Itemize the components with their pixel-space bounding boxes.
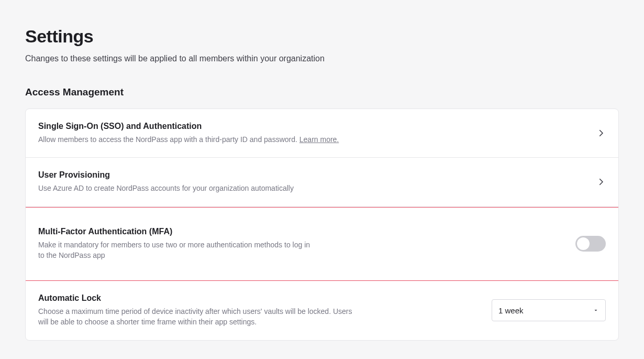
page-title: Settings — [25, 26, 619, 47]
row-automatic-lock: Automatic Lock Choose a maximum time per… — [26, 281, 618, 340]
toggle-knob — [577, 237, 590, 250]
learn-more-link[interactable]: Learn more. — [299, 135, 339, 144]
row-automatic-lock-title: Automatic Lock — [38, 293, 352, 303]
automatic-lock-select[interactable]: 1 week — [492, 299, 606, 321]
row-mfa-desc: Make it mandatory for members to use two… — [38, 240, 310, 261]
chevron-right-icon — [596, 177, 606, 187]
mfa-toggle[interactable] — [575, 236, 606, 252]
row-user-provisioning[interactable]: User Provisioning Use Azure AD to create… — [26, 158, 618, 206]
row-sso-desc-text: Allow members to access the NordPass app… — [38, 135, 299, 144]
row-sso-desc: Allow members to access the NordPass app… — [38, 134, 339, 145]
row-user-provisioning-desc: Use Azure AD to create NordPass accounts… — [38, 183, 294, 193]
row-user-provisioning-title: User Provisioning — [38, 170, 294, 180]
row-sso[interactable]: Single Sign-On (SSO) and Authentication … — [26, 109, 618, 158]
row-mfa-title: Multi-Factor Authentication (MFA) — [38, 227, 310, 236]
page-subtitle: Changes to these settings will be applie… — [25, 54, 619, 63]
row-mfa: Multi-Factor Authentication (MFA) Make i… — [26, 207, 618, 281]
caret-down-icon — [593, 307, 599, 313]
section-access-management-title: Access Management — [25, 86, 619, 98]
automatic-lock-select-value: 1 week — [498, 306, 524, 315]
row-automatic-lock-desc: Choose a maximum time period of device i… — [38, 306, 352, 328]
access-management-panel: Single Sign-On (SSO) and Authentication … — [25, 108, 619, 341]
chevron-right-icon — [596, 128, 606, 138]
row-sso-title: Single Sign-On (SSO) and Authentication — [38, 122, 339, 131]
